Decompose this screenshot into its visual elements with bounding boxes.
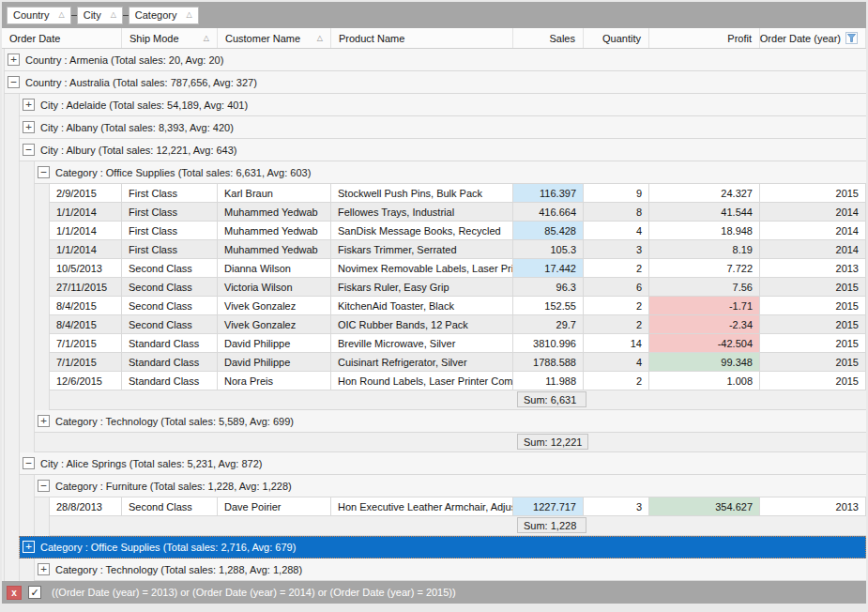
cell-order-date[interactable]: 2/9/2015 [49,184,122,203]
cell-customer-name[interactable]: Muhammed Yedwab [218,222,331,240]
cell-ship-mode[interactable]: Standard Class [122,334,218,353]
cell-order-date-year[interactable]: 2015 [760,353,866,372]
cell-product-name[interactable]: KitchenAid Toaster, Black [331,297,513,315]
column-header-sales[interactable]: Sales [513,28,584,48]
column-header-order-date[interactable]: Order Date [2,28,122,48]
cell-order-date[interactable]: 1/1/2014 [49,203,122,222]
group-row-body[interactable]: +Category : Technology (Total sales: 1,2… [34,558,866,581]
cell-order-date[interactable]: 8/4/2015 [49,297,122,315]
cell-profit[interactable]: 41.544 [649,203,760,222]
cell-customer-name[interactable]: David Philippe [218,353,331,372]
cell-ship-mode[interactable]: First Class [122,203,218,222]
cell-order-date[interactable]: 7/1/2015 [49,353,122,372]
group-row[interactable]: +Category : Technology (Total sales: 1,2… [4,558,866,581]
cell-order-date[interactable]: 1/1/2014 [49,240,122,259]
group-row[interactable]: +Category : Technology (Total sales: 5,5… [4,410,866,433]
cell-ship-mode[interactable]: Second Class [122,497,218,516]
cell-profit[interactable]: 24.327 [649,184,760,203]
cell-profit[interactable]: 18.948 [649,222,760,240]
cell-order-date[interactable]: 10/5/2013 [49,259,122,278]
cell-order-date[interactable]: 8/4/2015 [49,315,122,334]
cell-sales[interactable]: 3810.996 [513,334,584,353]
group-row-body[interactable]: +Category : Office Supplies (Total sales… [19,536,866,558]
cell-profit[interactable]: -2.34 [649,315,760,334]
table-row[interactable]: 8/4/2015Second ClassVivek GonzalezOIC Ru… [4,315,866,334]
cell-profit[interactable]: 354.627 [649,497,760,516]
cell-quantity[interactable]: 2 [584,315,649,334]
column-header-customer-name[interactable]: Customer Name△ [218,28,331,48]
cell-order-date[interactable]: 1/1/2014 [49,222,122,240]
cell-order-date-year[interactable]: 2015 [760,278,866,297]
cell-profit[interactable]: 1.008 [649,372,760,390]
group-row[interactable]: −City : Alice Springs (Total sales: 5,23… [4,452,866,475]
cell-quantity[interactable]: 4 [584,353,649,372]
cell-profit[interactable]: -1.71 [649,297,760,315]
cell-sales[interactable]: 152.55 [513,297,584,315]
cell-sales[interactable]: 105.3 [513,240,584,259]
cell-customer-name[interactable]: Nora Preis [218,372,331,390]
cell-order-date-year[interactable]: 2015 [760,372,866,390]
cell-quantity[interactable]: 8 [584,203,649,222]
cell-ship-mode[interactable]: First Class [122,184,218,203]
cell-profit[interactable]: 7.56 [649,278,760,297]
cell-sales[interactable]: 1788.588 [513,353,584,372]
cell-order-date-year[interactable]: 2015 [760,184,866,203]
cell-product-name[interactable]: OIC Rubber Bands, 12 Pack [331,315,513,334]
cell-ship-mode[interactable]: Standard Class [122,372,218,390]
cell-product-name[interactable]: Cuisinart Refrigerator, Silver [331,353,513,372]
cell-order-date-year[interactable]: 2014 [760,222,866,240]
cell-customer-name[interactable]: Karl Braun [218,184,331,203]
cell-product-name[interactable]: Hon Executive Leather Armchair, Adjus [331,497,513,516]
cell-customer-name[interactable]: Dave Poirier [218,497,331,516]
cell-quantity[interactable]: 4 [584,222,649,240]
cell-sales[interactable]: 96.3 [513,278,584,297]
group-row-body[interactable]: +City : Albany (Total sales: 8,393, Avg:… [19,116,866,139]
cell-ship-mode[interactable]: Second Class [122,315,218,334]
group-field-country[interactable]: Country△ [7,7,71,24]
group-row[interactable]: +Country : Armenia (Total sales: 20, Avg… [4,49,866,71]
collapse-button[interactable]: − [23,144,35,156]
cell-ship-mode[interactable]: Second Class [122,259,218,278]
group-field-city[interactable]: City△ [77,7,123,24]
group-row[interactable]: +Category : Office Supplies (Total sales… [4,536,866,558]
cell-ship-mode[interactable]: Standard Class [122,353,218,372]
cell-product-name[interactable]: Fiskars Ruler, Easy Grip [331,278,513,297]
cell-product-name[interactable]: Fiskars Trimmer, Serrated [331,240,513,259]
cell-product-name[interactable]: SanDisk Message Books, Recycled [331,222,513,240]
cell-ship-mode[interactable]: Second Class [122,297,218,315]
table-row[interactable]: 7/1/2015Standard ClassDavid PhilippeBrev… [4,334,866,353]
cell-sales[interactable]: 116.397 [513,184,584,203]
cell-product-name[interactable]: Novimex Removable Labels, Laser Prin [331,259,513,278]
group-row-body[interactable]: −Country : Australia (Total sales: 787,6… [4,71,866,94]
cell-product-name[interactable]: Hon Round Labels, Laser Printer Comp [331,372,513,390]
expand-button[interactable]: + [38,415,50,427]
filter-icon[interactable] [845,32,858,44]
cell-order-date-year[interactable]: 2015 [760,297,866,315]
group-row[interactable]: +City : Albany (Total sales: 8,393, Avg:… [4,116,866,139]
column-header-profit[interactable]: Profit [649,28,760,48]
cell-ship-mode[interactable]: First Class [122,240,218,259]
cell-sales[interactable]: 29.7 [513,315,584,334]
cell-customer-name[interactable]: Vivek Gonzalez [218,297,331,315]
group-row[interactable]: −Category : Furniture (Total sales: 1,22… [4,475,866,497]
collapse-button[interactable]: − [38,166,50,178]
cell-quantity[interactable]: 2 [584,372,649,390]
cell-product-name[interactable]: Fellowes Trays, Industrial [331,203,513,222]
cell-product-name[interactable]: Stockwell Push Pins, Bulk Pack [331,184,513,203]
group-row-body[interactable]: −Category : Furniture (Total sales: 1,22… [34,475,866,497]
cell-sales[interactable]: 85.428 [513,222,584,240]
cell-order-date-year[interactable]: 2013 [760,497,866,516]
table-row[interactable]: 7/1/2015Standard ClassDavid PhilippeCuis… [4,353,866,372]
cell-order-date[interactable]: 28/8/2013 [49,497,122,516]
cell-sales[interactable]: 416.664 [513,203,584,222]
cell-order-date-year[interactable]: 2015 [760,315,866,334]
cell-profit[interactable]: 99.348 [649,353,760,372]
cell-quantity[interactable]: 3 [584,240,649,259]
group-row-body[interactable]: −City : Albury (Total sales: 12,221, Avg… [19,139,866,161]
cell-customer-name[interactable]: Dianna Wilson [218,259,331,278]
expand-button[interactable]: + [23,121,35,133]
cell-customer-name[interactable]: Muhammed Yedwab [218,240,331,259]
cell-quantity[interactable]: 2 [584,297,649,315]
cell-quantity[interactable]: 9 [584,184,649,203]
group-row[interactable]: −Country : Australia (Total sales: 787,6… [4,71,866,94]
